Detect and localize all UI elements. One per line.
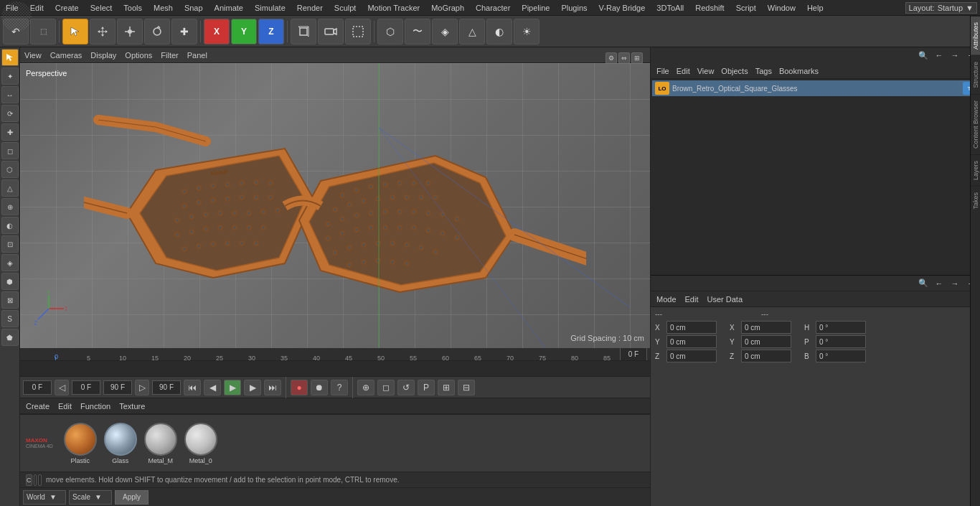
- rotate-tool-button[interactable]: [144, 19, 170, 44]
- obj-view-menu[interactable]: View: [694, 67, 717, 75]
- tool-point[interactable]: ⊕: [1, 198, 19, 215]
- scale-dropdown[interactable]: Scale ▼: [69, 490, 112, 505]
- viewport-layout-btn[interactable]: ⊞: [631, 52, 643, 64]
- goto-start-btn[interactable]: ⏮: [184, 380, 201, 395]
- tool-move[interactable]: ✦: [1, 67, 19, 85]
- layout-dropdown[interactable]: Layout: Startup ▼: [905, 2, 977, 14]
- obj-tags-menu[interactable]: Tags: [753, 67, 775, 75]
- tool-transform[interactable]: ✚: [1, 123, 19, 141]
- size-b-input[interactable]: [816, 350, 866, 362]
- tool-object[interactable]: ◻: [1, 142, 19, 159]
- tl-loop-btn[interactable]: ↺: [397, 380, 415, 395]
- menu-motion-tracker[interactable]: Motion Tracker: [362, 2, 425, 14]
- viewport-lock-btn[interactable]: ⚙: [606, 52, 617, 64]
- tool-scale[interactable]: ↔: [1, 86, 19, 103]
- render-preview-button[interactable]: ⬚: [30, 19, 56, 44]
- camera-button[interactable]: [318, 19, 344, 44]
- tab-content-browser[interactable]: Content Browser: [971, 94, 980, 154]
- mat-function-menu[interactable]: Function: [80, 402, 110, 411]
- spline-button[interactable]: 〜: [405, 19, 430, 44]
- material-metal-0[interactable]: Metal_0: [182, 423, 220, 464]
- prev-frame-btn[interactable]: ◁: [55, 380, 69, 395]
- step-back-btn[interactable]: ◀: [204, 380, 221, 395]
- menu-sculpt[interactable]: Sculpt: [329, 2, 362, 14]
- tab-attributes[interactable]: Attributes: [971, 16, 980, 55]
- timeline-ruler[interactable]: | 0 5 10 15 20 25 30 35 40 45 50 55 60: [20, 348, 650, 361]
- attr-nav-back-btn[interactable]: ←: [933, 277, 946, 290]
- viewport-panel-menu[interactable]: Panel: [187, 51, 207, 60]
- obj-bookmarks-menu[interactable]: Bookmarks: [776, 67, 821, 75]
- pos-z-input[interactable]: [666, 350, 717, 362]
- menu-plugins[interactable]: Plugins: [555, 2, 593, 14]
- tab-layers[interactable]: Layers: [971, 154, 980, 186]
- obj-nav-fwd-btn[interactable]: →: [948, 49, 961, 62]
- attr-nav-fwd-btn[interactable]: →: [948, 277, 961, 290]
- menu-mesh[interactable]: Mesh: [148, 2, 179, 14]
- menu-tools[interactable]: Tools: [118, 2, 148, 14]
- menu-window[interactable]: Window: [762, 2, 801, 14]
- rot-z-input[interactable]: [741, 350, 791, 362]
- menu-3dtoall[interactable]: 3DToAll: [651, 2, 689, 14]
- material-plastic[interactable]: Plastic: [62, 423, 99, 464]
- timeline-start-frame[interactable]: [23, 380, 52, 395]
- record-btn[interactable]: ●: [291, 380, 308, 395]
- menu-simulate[interactable]: Simulate: [249, 2, 291, 14]
- tl-curve-btn[interactable]: ◻: [377, 380, 395, 395]
- move-tool-button[interactable]: [90, 19, 116, 44]
- hex-button[interactable]: ⬡: [377, 19, 403, 44]
- viewport-canvas[interactable]: Perspective Grid Spacing : 10 cm: [20, 63, 650, 348]
- attr-mode-menu[interactable]: Mode: [654, 295, 679, 304]
- attr-edit-menu[interactable]: Edit: [682, 295, 702, 304]
- viewport-cameras-menu[interactable]: Cameras: [50, 51, 83, 60]
- world-dropdown[interactable]: World ▼: [23, 490, 66, 505]
- pos-x-input[interactable]: [666, 321, 717, 334]
- tool-layer[interactable]: ⬟: [1, 329, 19, 346]
- select-tool-button[interactable]: [62, 19, 88, 44]
- timeline-preview-end[interactable]: [152, 380, 181, 395]
- obj-nav-back-btn[interactable]: ←: [933, 49, 946, 62]
- menu-help[interactable]: Help: [801, 2, 829, 14]
- obj-edit-menu[interactable]: Edit: [674, 67, 693, 75]
- scale-tool-button[interactable]: [117, 19, 143, 44]
- cube-button[interactable]: [291, 19, 316, 44]
- viewport-view-menu[interactable]: View: [24, 51, 42, 60]
- tl-grid-btn[interactable]: ⊞: [438, 380, 455, 395]
- viewport-expand-btn[interactable]: ⇔: [618, 52, 630, 64]
- tl-layout-btn[interactable]: ⊟: [458, 380, 475, 395]
- menu-pipeline[interactable]: Pipeline: [516, 2, 555, 14]
- tool-rotate[interactable]: ⟳: [1, 105, 19, 122]
- attr-search-btn[interactable]: 🔍: [917, 277, 930, 290]
- mat-create-menu[interactable]: Create: [26, 402, 50, 411]
- menu-snap[interactable]: Snap: [179, 2, 209, 14]
- obj-search-btn[interactable]: 🔍: [917, 49, 930, 62]
- auto-key-btn[interactable]: ⏺: [311, 380, 328, 395]
- tab-takes[interactable]: Takes: [971, 186, 980, 215]
- material-glass[interactable]: Glass: [102, 423, 139, 464]
- mat-edit-menu[interactable]: Edit: [58, 402, 72, 411]
- obj-file-menu[interactable]: File: [654, 67, 672, 75]
- tool-polygon[interactable]: ⬡: [1, 161, 19, 178]
- menu-redshift[interactable]: Redshift: [689, 2, 730, 14]
- viewport-display-menu[interactable]: Display: [90, 51, 116, 60]
- tool-snap[interactable]: S: [1, 310, 19, 327]
- light-button[interactable]: ☀: [514, 19, 540, 44]
- menu-render[interactable]: Render: [291, 2, 329, 14]
- menu-script[interactable]: Script: [730, 2, 762, 14]
- obj-objects-menu[interactable]: Objects: [718, 67, 750, 75]
- tool-measure[interactable]: ⊠: [1, 291, 19, 309]
- play-btn[interactable]: ▶: [224, 380, 241, 395]
- x-axis-button[interactable]: X: [204, 19, 230, 44]
- current-frame-display[interactable]: [620, 348, 647, 361]
- rot-x-input[interactable]: [741, 321, 791, 334]
- tl-snap-btn[interactable]: ⊕: [357, 380, 374, 395]
- nurbs-button[interactable]: ◈: [432, 19, 458, 44]
- deformer-button[interactable]: △: [459, 19, 485, 44]
- menu-mograph[interactable]: MoGraph: [425, 2, 470, 14]
- timeline-current-start[interactable]: [72, 380, 100, 395]
- tool-edge[interactable]: △: [1, 179, 19, 197]
- mat-texture-menu[interactable]: Texture: [119, 402, 145, 411]
- obj-item-glasses[interactable]: LO Brown_Retro_Optical_Square_Glasses T: [652, 80, 979, 96]
- viewport-filter-menu[interactable]: Filter: [161, 51, 178, 60]
- goto-end-btn[interactable]: ⏭: [264, 380, 281, 395]
- menu-vray[interactable]: V-Ray Bridge: [593, 2, 651, 14]
